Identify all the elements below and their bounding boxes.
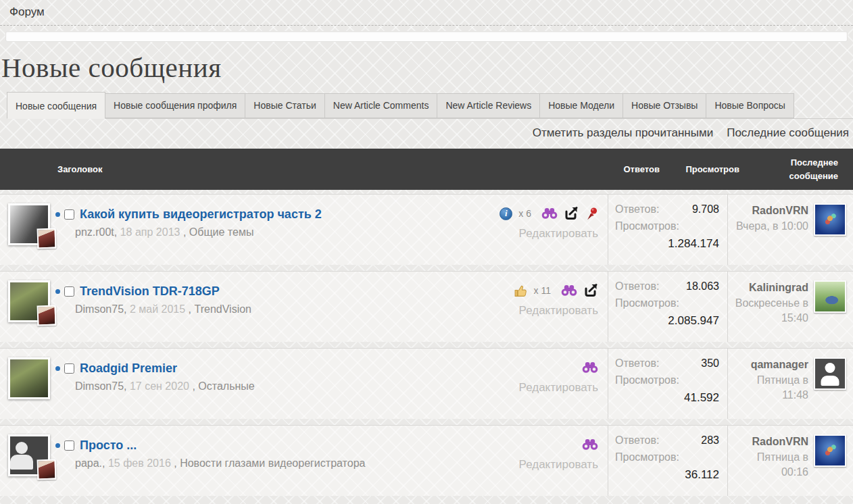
last-message-avatar[interactable] bbox=[814, 280, 846, 313]
badge-count: x 6 bbox=[518, 208, 531, 219]
unread-dot-icon bbox=[55, 366, 60, 371]
thread-title-link[interactable]: TrendVision TDR-718GP bbox=[80, 284, 220, 299]
column-header-last-message[interactable]: Последнее сообщение bbox=[739, 156, 853, 182]
thread-checkbox[interactable] bbox=[64, 209, 74, 220]
pin-icon[interactable] bbox=[585, 207, 598, 221]
thread-author[interactable]: Dimson75, bbox=[75, 380, 126, 392]
last-message-date[interactable]: Воскресенье в 15:40 bbox=[732, 296, 808, 325]
tab-2[interactable]: Новые Статьи bbox=[245, 93, 324, 118]
latest-posts-link[interactable]: Последние сообщения bbox=[727, 126, 849, 140]
quick-links: Отметить разделы прочитанными Последние … bbox=[0, 119, 853, 147]
column-header-views[interactable]: Просмотров bbox=[660, 164, 739, 174]
replies-label: Ответов: bbox=[615, 203, 659, 216]
thread-category[interactable]: , Остальные bbox=[192, 380, 254, 392]
edit-link[interactable]: Редактировать bbox=[472, 227, 598, 241]
last-message-cell: RadonVRN Вчера, в 10:00 bbox=[728, 195, 853, 265]
tab-4[interactable]: New Article Reviews bbox=[437, 93, 540, 118]
last-message-avatar[interactable] bbox=[814, 357, 846, 390]
page-title: Новые сообщения bbox=[1, 51, 853, 84]
binoculars-icon[interactable] bbox=[582, 438, 598, 451]
thread-list: Какой купить видеорегистратор часть 2 pn… bbox=[0, 194, 853, 496]
thread-author[interactable]: Dimson75, bbox=[75, 303, 126, 315]
thread-stats: Ответов: 18.063 Просмотров: 2.085.947 bbox=[608, 272, 728, 342]
thread-checkbox[interactable] bbox=[64, 440, 74, 451]
thread-date: 18 апр 2013 bbox=[120, 226, 180, 238]
thumbs-up-icon bbox=[514, 284, 528, 298]
edit-link[interactable]: Редактировать bbox=[472, 458, 598, 472]
thread-meta: Dimson75, 17 сен 2020 , Остальные bbox=[75, 380, 472, 393]
thread-thumbnail[interactable] bbox=[8, 434, 50, 476]
unread-dot-icon bbox=[55, 289, 60, 294]
replies-value: 18.063 bbox=[686, 280, 719, 293]
edit-link[interactable]: Редактировать bbox=[472, 304, 598, 318]
views-label: Просмотров: bbox=[615, 374, 719, 386]
share-icon[interactable] bbox=[564, 206, 579, 221]
tab-1[interactable]: Новые сообщения профиля bbox=[105, 93, 245, 118]
thumbnail-overlay-avatar bbox=[36, 305, 56, 326]
share-icon[interactable] bbox=[583, 283, 598, 298]
table-row: TrendVision TDR-718GP Dimson75, 2 май 20… bbox=[0, 271, 853, 342]
thread-date: 15 фев 2016 bbox=[108, 457, 171, 469]
views-value: 36.112 bbox=[615, 468, 719, 482]
tab-3[interactable]: New Article Comments bbox=[325, 93, 438, 118]
replies-value: 9.708 bbox=[692, 203, 719, 216]
top-strip-bar bbox=[5, 31, 848, 42]
tab-5[interactable]: Новые Модели bbox=[540, 93, 623, 118]
last-message-avatar[interactable] bbox=[814, 203, 846, 236]
unread-dot-icon bbox=[55, 443, 60, 448]
last-message-date[interactable]: Пятница в 00:16 bbox=[732, 450, 808, 479]
tab-6[interactable]: Новые Отзывы bbox=[623, 93, 706, 118]
thread-title-link[interactable]: Roadgid Premier bbox=[80, 361, 177, 376]
thread-thumbnail[interactable] bbox=[8, 280, 50, 322]
thread-category[interactable]: , Общие темы bbox=[183, 226, 254, 238]
thread-title-link[interactable]: Просто ... bbox=[80, 438, 137, 453]
thread-icons-column: Редактировать bbox=[472, 426, 608, 496]
thread-date: 17 сен 2020 bbox=[130, 380, 189, 392]
last-message-avatar[interactable] bbox=[814, 434, 846, 467]
replies-value: 283 bbox=[701, 434, 719, 447]
tab-7[interactable]: Новые Вопросы bbox=[706, 93, 794, 118]
last-message-user[interactable]: RadonVRN bbox=[732, 436, 808, 448]
last-message-user[interactable]: RadonVRN bbox=[736, 205, 808, 217]
thread-thumbnail[interactable] bbox=[8, 203, 50, 245]
thread-icons-column: x 11 Редактировать bbox=[472, 272, 608, 342]
thread-checkbox[interactable] bbox=[64, 363, 74, 374]
last-message-user[interactable]: qamanager bbox=[732, 359, 808, 371]
binoculars-icon[interactable] bbox=[561, 284, 577, 297]
last-message-date[interactable]: Пятница в 11:48 bbox=[732, 373, 808, 402]
thread-category[interactable]: , Новости глазами видеорегистратора bbox=[174, 457, 365, 469]
thumbnail-overlay-avatar bbox=[36, 459, 56, 480]
thread-icons-column: Редактировать bbox=[472, 349, 608, 419]
last-message-user[interactable]: Kaliningrad bbox=[732, 282, 808, 294]
thread-stats: Ответов: 283 Просмотров: 36.112 bbox=[608, 426, 728, 496]
table-header: Заголовок Ответов Просмотров Последнее с… bbox=[0, 149, 853, 190]
thread-meta: pnz.r00t, 18 апр 2013 , Общие темы bbox=[75, 226, 472, 238]
last-message-cell: Kaliningrad Воскресенье в 15:40 bbox=[728, 272, 853, 342]
thread-category[interactable]: , TrendVision bbox=[189, 303, 251, 315]
replies-label: Ответов: bbox=[615, 434, 659, 447]
edit-link[interactable]: Редактировать bbox=[472, 381, 598, 395]
column-header-title[interactable]: Заголовок bbox=[0, 164, 599, 174]
table-row: Roadgid Premier Dimson75, 17 сен 2020 , … bbox=[0, 348, 853, 419]
binoculars-icon[interactable] bbox=[541, 207, 558, 220]
thread-author[interactable]: pnz.r00t, bbox=[75, 226, 117, 238]
thread-author[interactable]: papa., bbox=[75, 457, 105, 469]
views-label: Просмотров: bbox=[615, 297, 719, 309]
replies-value: 350 bbox=[701, 357, 719, 370]
views-value: 41.592 bbox=[615, 391, 719, 405]
thread-icons-column: i x 6 bbox=[472, 195, 608, 265]
thread-checkbox[interactable] bbox=[64, 286, 74, 297]
mark-forums-read-link[interactable]: Отметить разделы прочитанными bbox=[533, 126, 713, 140]
breadcrumb[interactable]: Форум bbox=[0, 0, 853, 26]
thread-main: TrendVision TDR-718GP Dimson75, 2 май 20… bbox=[55, 272, 472, 342]
tab-0[interactable]: Новые сообщения bbox=[7, 92, 105, 119]
breadcrumb-forum-link[interactable]: Форум bbox=[9, 5, 45, 18]
binoculars-icon[interactable] bbox=[582, 361, 598, 374]
thread-title-link[interactable]: Какой купить видеорегистратор часть 2 bbox=[80, 207, 322, 222]
table-row: Какой купить видеорегистратор часть 2 pn… bbox=[0, 194, 853, 265]
column-header-replies[interactable]: Ответов bbox=[599, 164, 660, 174]
unread-dot-icon bbox=[55, 212, 60, 217]
last-message-cell: RadonVRN Пятница в 00:16 bbox=[728, 426, 853, 496]
thread-thumbnail[interactable] bbox=[8, 357, 50, 399]
last-message-date[interactable]: Вчера, в 10:00 bbox=[736, 219, 808, 234]
